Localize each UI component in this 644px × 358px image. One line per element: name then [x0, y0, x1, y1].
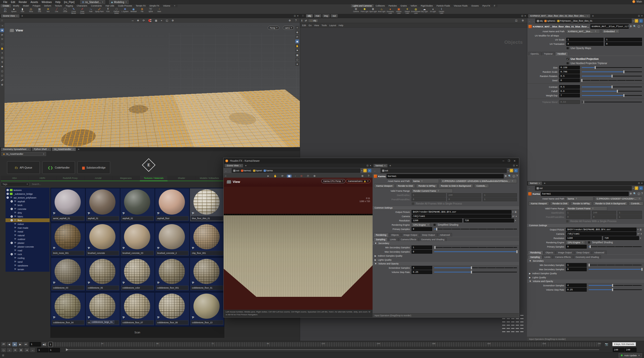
tree-item-wall[interactable]: Ƥwall [6, 271, 50, 272]
gear-icon[interactable]: ⚙ [630, 192, 632, 196]
tree-expander-icon[interactable]: + [11, 219, 13, 221]
timeline-ruler[interactable]: 1 24487296120144168192216240 [48, 342, 601, 347]
karma-breadcrumb[interactable]: out [381, 168, 507, 173]
tree-item-floor[interactable]: +Ƥfloor [6, 218, 50, 222]
indirect-samples-quality-fold[interactable]: ▶Indirect Samples Quality [527, 271, 644, 275]
pin-icon[interactable]: ⚡ [363, 169, 367, 172]
current-frame-field[interactable]: 1 [30, 342, 41, 346]
scene-op-icon[interactable]: ⚙ [170, 19, 175, 22]
pin-icon[interactable]: ⚡ [510, 169, 513, 172]
karma-tab-rendering[interactable]: Rendering [528, 251, 543, 254]
min-secondary-samples-field[interactable]: 1 [412, 246, 432, 249]
mat-tab-hextiled[interactable]: Hextiled [555, 52, 568, 56]
viewport-tool-icon[interactable]: ⚲ [0, 60, 4, 64]
resolution-x-field[interactable]: 1280 [566, 236, 602, 240]
tree-expander-icon[interactable]: + [11, 200, 13, 203]
min-secondary-samples-field[interactable]: 1 [566, 263, 587, 267]
tab-karma1[interactable]: karma1▾ [528, 181, 542, 185]
controls--button[interactable]: Controls... [474, 184, 489, 188]
asset-tab-shader[interactable]: Shader [168, 176, 196, 181]
tree-item-man-made[interactable]: Ƥman made [6, 226, 50, 230]
tree-item-natural[interactable]: Ƥnatural [6, 233, 50, 237]
uv-scale-x-field[interactable]: 1 [566, 38, 603, 42]
viewport-tool-icon[interactable]: ⤧ [0, 37, 4, 41]
viewport-view-icon[interactable]: ▦ [295, 53, 299, 57]
valid-frame-range-dropdown[interactable]: Render Current Frame⇕ [412, 189, 453, 193]
shelf-tool-volume-light[interactable]: ▣Volume Light [394, 8, 403, 14]
file-chooser-icon[interactable]: 🗎 [514, 211, 517, 213]
network-options-icon[interactable]: ⚙ [520, 19, 525, 22]
breadcrumb-item[interactable]: sphere1 [547, 20, 555, 22]
prev-frame-button[interactable]: ◀ [7, 342, 12, 347]
texture-card-cobblestone_floor_08[interactable]: Ƥcobblestone_floor_08 [155, 292, 189, 326]
viewport-tool-icon[interactable]: ⌖ [0, 51, 4, 55]
simplified-shading-checkbox[interactable] [588, 241, 590, 244]
tree-expander-icon[interactable]: − [7, 196, 9, 199]
toolbar-grip[interactable]: ⠿ [0, 19, 5, 22]
max-secondary-samples-slider[interactable] [434, 250, 517, 253]
shelf-tab-characters[interactable]: Characters [75, 4, 89, 7]
karma-viewer-window[interactable]: Houdini FX - KarmaViewer ─ ❒ ✕ Scene Vie… [223, 158, 519, 317]
pane-menu-icon[interactable]: ▾ [641, 15, 642, 17]
resolution-presets-icon[interactable]: ▾ [514, 219, 517, 222]
rendering-engine-dropdown[interactable]: CPU Engine⇕ [566, 240, 585, 245]
shelf-tool-area-light[interactable]: ♨Area Light [377, 8, 386, 14]
shelf-tool-l-system[interactable]: ❋L-System [121, 8, 129, 14]
min-secondary-samples-slider[interactable] [434, 246, 517, 249]
karma-subtab-sampling[interactable]: Sampling [374, 237, 388, 241]
shelf-tool-curve-bezier[interactable]: ✎Curve Bezier [69, 8, 78, 14]
karma-tab-objects[interactable]: Objects [543, 251, 556, 254]
shelf-tool-null[interactable]: ✛Null [44, 8, 52, 14]
mat-tab-triplanar[interactable]: Triplanar [542, 52, 555, 56]
resolution-presets-icon[interactable]: ▾ [639, 237, 642, 239]
menu-render[interactable]: Render [17, 1, 29, 4]
nav-forward-icon[interactable]: → [532, 187, 534, 190]
render-to-disk-in-background-button[interactable]: Render to Disk in Background [593, 202, 628, 206]
tab-scene-view[interactable]: Scene View× [224, 164, 243, 167]
network-menu-layout[interactable]: Layout [329, 24, 336, 27]
tree-item-api-texture-polyhaven[interactable]: −Ƥapi_texture_polyhaven [6, 196, 50, 200]
audio-icon[interactable]: ♪ [7, 348, 12, 352]
resolution-x-field[interactable]: 1280 [412, 219, 462, 222]
primary-samples-field[interactable]: 9 [412, 227, 432, 231]
texture-card-brushed_concrete[interactable]: Ƥbrushed_concrete [86, 223, 120, 256]
random-rotation-field[interactable]: 0.5 [559, 74, 580, 78]
size-field[interactable]: 0.158 [559, 66, 580, 69]
viewport-tool-icon[interactable]: ⚙ [0, 83, 4, 87]
texture-card-asphalt_01[interactable]: Ƥasphalt_01 [86, 188, 120, 222]
screendoor-samples-field[interactable]: 4 [412, 266, 432, 270]
pane-maximize-icon[interactable]: ⊡ [638, 182, 640, 184]
shelf-tool-metaball[interactable]: ◉Metaball [129, 8, 138, 14]
network-menu-edit[interactable]: Edit [302, 24, 306, 27]
breadcrumb-item[interactable]: out [236, 169, 239, 172]
tree-expander-icon[interactable]: + [11, 242, 13, 244]
texture-card-cobblestone_05[interactable]: Ƥcobblestone_05 [86, 258, 120, 291]
karma-subtab-geometry-and-shading[interactable]: Geometry and Shading [573, 255, 601, 259]
shelf-tool-tube[interactable]: ▮Tube [18, 8, 27, 14]
viewport-tool-icon[interactable]: ⭢ [0, 24, 4, 28]
pan-tool-icon[interactable]: ✋ [272, 175, 278, 178]
viewport-3d[interactable]: View Persp⏷ cam1⏷ ⌖✥⟳◉✋⚑▦◻● [5, 23, 300, 147]
node-name-field[interactable]: karma1 [387, 174, 504, 178]
weight-exp-slider[interactable] [582, 94, 642, 97]
prev-key-button[interactable]: ◀❙ [42, 342, 47, 347]
screendoor-samples-slider[interactable] [434, 266, 517, 269]
breadcrumb-item[interactable]: out [385, 169, 388, 172]
menu-file[interactable]: File [2, 1, 9, 4]
karma-breadcrumb[interactable]: out [535, 186, 632, 190]
info-icon[interactable]: ⓘ [637, 192, 640, 196]
karma-tab-advanced[interactable]: Advanced [437, 233, 452, 237]
render-to-mplay-button[interactable]: Render to MPlay [571, 202, 592, 206]
window-titlebar[interactable]: Houdini FX - KarmaViewer ─ ❒ ✕ [224, 158, 519, 164]
falloff-field[interactable]: 0.6 [559, 89, 580, 93]
sync-icon[interactable]: ◐ [639, 19, 643, 23]
uv-tranisation-y-field[interactable]: 0 [605, 42, 642, 46]
shelf-tab-volume[interactable]: Volume [161, 4, 172, 7]
display-options-icon[interactable]: ⚙ [360, 175, 365, 177]
select-tool-icon[interactable]: ➤ [266, 175, 270, 178]
texture-card-cobblestone_color[interactable]: Ƥcobblestone_color [120, 258, 155, 291]
viewport-tool-icon[interactable]: ◻ [0, 69, 4, 73]
go-end-button[interactable]: ⏭ [23, 342, 28, 347]
network-menu-go[interactable]: Go [309, 24, 312, 27]
texture-card-cobblestone_floor_01[interactable]: Ƥcobblestone_floor_01 [190, 258, 224, 291]
